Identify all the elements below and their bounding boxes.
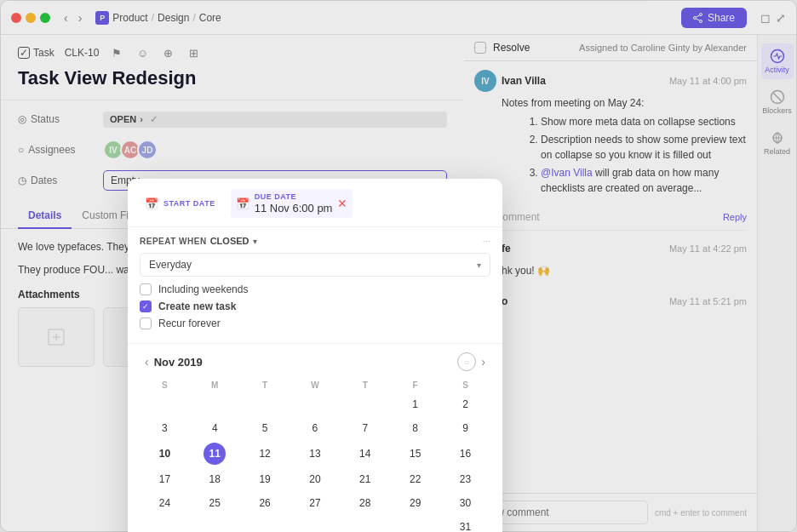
calendar-week-3: 10 11 12 13 14 15 16 [140, 440, 490, 467]
cal-day-10[interactable]: 10 [140, 440, 190, 467]
calendar-today-button[interactable]: ○ [457, 352, 476, 371]
day-header-tue: T [240, 378, 290, 392]
cal-day-empty [390, 515, 440, 532]
cal-day-23[interactable]: 23 [440, 467, 490, 491]
due-date-icon: 📅 [236, 197, 249, 210]
repeat-more-icon[interactable]: ··· [483, 236, 490, 246]
repeat-header: REPEAT WHEN CLOSED ▾ ··· [140, 236, 490, 246]
day-header-mon: M [190, 378, 240, 392]
cal-day-empty [290, 515, 341, 532]
calendar-section: ‹ Nov 2019 ○ › S M T W T F S [128, 344, 502, 532]
checkbox-new-task-input[interactable]: ✓ [140, 300, 152, 312]
start-date-field[interactable]: 📅 START DATE [140, 189, 221, 218]
checkbox-recur-forever: Recur forever [140, 317, 490, 329]
repeat-section: REPEAT WHEN CLOSED ▾ ··· Everyday ▾ Incl… [128, 227, 502, 344]
calendar-header-row: S M T W T F S [140, 378, 490, 392]
cal-day-21[interactable]: 21 [340, 467, 390, 491]
checkbox-create-new-task: ✓ Create new task [140, 300, 490, 312]
calendar-week-2: 3 4 5 6 7 8 9 [140, 416, 490, 440]
cal-day-empty [140, 392, 190, 416]
checkbox-including-weekends: Including weekends [140, 283, 490, 295]
day-header-fri: F [390, 378, 440, 392]
checkbox-weekends-input[interactable] [140, 283, 152, 295]
dropdown-arrow-icon: ▾ [477, 260, 481, 270]
cal-day-22[interactable]: 22 [390, 467, 440, 491]
cal-day-empty [340, 392, 390, 416]
cal-day-18[interactable]: 18 [190, 467, 240, 491]
cal-day-empty [190, 392, 240, 416]
checkbox-weekends-label: Including weekends [158, 283, 248, 295]
cal-day-empty [190, 515, 240, 532]
day-header-thu: T [340, 378, 390, 392]
checkbox-new-task-label: Create new task [158, 300, 236, 312]
repeat-trigger: CLOSED [210, 236, 249, 246]
start-date-label: START DATE [163, 199, 215, 208]
cal-day-8[interactable]: 8 [390, 416, 440, 440]
calendar-header: ‹ Nov 2019 ○ › [140, 352, 490, 371]
cal-day-30[interactable]: 30 [440, 491, 490, 515]
cal-day-5[interactable]: 5 [240, 416, 290, 440]
repeat-dropdown[interactable]: Everyday ▾ [140, 253, 490, 277]
cal-day-9[interactable]: 9 [440, 416, 490, 440]
date-modal-top: 📅 START DATE 📅 DUE DATE 11 Nov 6:00 pm ✕ [128, 179, 502, 227]
cal-day-3[interactable]: 3 [140, 416, 190, 440]
cal-day-empty [240, 515, 290, 532]
date-modal: 📅 START DATE 📅 DUE DATE 11 Nov 6:00 pm ✕… [128, 179, 502, 532]
day-header-sun: S [140, 378, 190, 392]
calendar-grid: S M T W T F S [140, 378, 490, 532]
due-date-label: DUE DATE [255, 192, 333, 201]
cal-day-13[interactable]: 13 [290, 440, 341, 467]
cal-day-16[interactable]: 16 [440, 440, 490, 467]
cal-day-11[interactable]: 11 [190, 440, 240, 467]
cal-day-12[interactable]: 12 [240, 440, 290, 467]
checkbox-recur-input[interactable] [140, 317, 152, 329]
cal-day-27[interactable]: 27 [290, 491, 341, 515]
cal-day-24[interactable]: 24 [140, 491, 190, 515]
cal-day-6[interactable]: 6 [290, 416, 341, 440]
cal-day-28[interactable]: 28 [340, 491, 390, 515]
cal-day-4[interactable]: 4 [190, 416, 240, 440]
due-date-clear-icon[interactable]: ✕ [337, 197, 347, 210]
calendar-month: Nov 2019 [154, 356, 458, 369]
modal-overlay: 📅 START DATE 📅 DUE DATE 11 Nov 6:00 pm ✕… [0, 0, 797, 532]
cal-day-empty [290, 392, 341, 416]
cal-day-20[interactable]: 20 [290, 467, 341, 491]
cal-day-2[interactable]: 2 [440, 392, 490, 416]
day-header-sat: S [440, 378, 490, 392]
calendar-next-button[interactable]: › [476, 353, 490, 370]
cal-day-19[interactable]: 19 [240, 467, 290, 491]
cal-day-empty [240, 392, 290, 416]
cal-day-29[interactable]: 29 [390, 491, 440, 515]
cal-day-empty [140, 515, 190, 532]
start-date-icon: 📅 [145, 197, 158, 210]
checkbox-recur-label: Recur forever [158, 317, 221, 329]
calendar-prev-button[interactable]: ‹ [140, 353, 154, 370]
cal-day-1[interactable]: 1 [390, 392, 440, 416]
cal-day-31[interactable]: 31 [440, 515, 490, 532]
cal-day-14[interactable]: 14 [340, 440, 390, 467]
calendar-week-1: 1 2 [140, 392, 490, 416]
calendar-week-6: 31 [140, 515, 490, 532]
due-date-field[interactable]: 📅 DUE DATE 11 Nov 6:00 pm ✕ [231, 189, 353, 218]
cal-day-26[interactable]: 26 [240, 491, 290, 515]
due-date-value: 11 Nov 6:00 pm [255, 202, 333, 215]
day-header-wed: W [290, 378, 341, 392]
cal-day-15[interactable]: 15 [390, 440, 440, 467]
calendar-week-5: 24 25 26 27 28 29 30 [140, 491, 490, 515]
repeat-label: REPEAT WHEN [140, 237, 207, 246]
cal-day-25[interactable]: 25 [190, 491, 240, 515]
calendar-week-4: 17 18 19 20 21 22 23 [140, 467, 490, 491]
cal-day-7[interactable]: 7 [340, 416, 390, 440]
repeat-trigger-arrow[interactable]: ▾ [253, 237, 257, 246]
cal-day-empty [340, 515, 390, 532]
cal-day-17[interactable]: 17 [140, 467, 190, 491]
